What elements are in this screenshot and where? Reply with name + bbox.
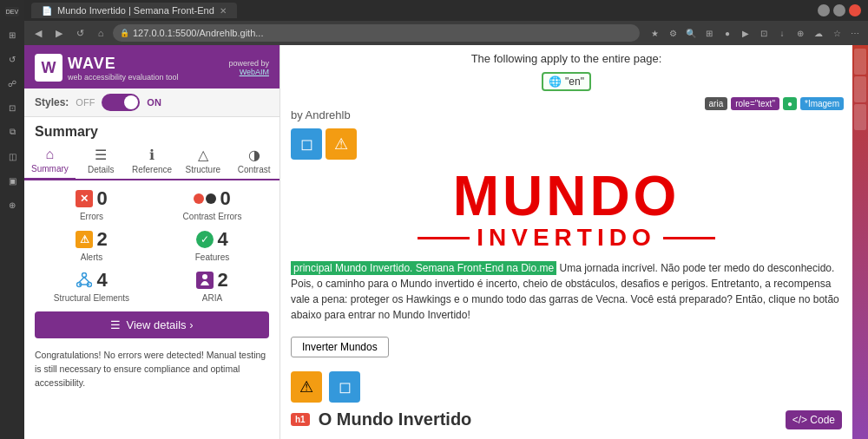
more-button[interactable]: ⋯ — [847, 25, 863, 41]
page-paragraph: principal Mundo Invertido. Semana Front-… — [291, 260, 842, 323]
sidebar-icon-2[interactable]: ↺ — [3, 49, 22, 69]
stat-contrast-errors: 0 Contrast Errors — [155, 187, 269, 221]
contrast-errors-icon-num: 0 — [194, 187, 230, 210]
alert-icon: ⚠ — [76, 231, 93, 248]
sidebar-icon-3[interactable]: ☍ — [3, 74, 22, 93]
sidebar-icon-6[interactable]: ◫ — [3, 147, 22, 166]
alerts-label: Alerts — [81, 252, 103, 262]
tab-summary[interactable]: ⌂ Summary — [24, 143, 76, 180]
maximize-button[interactable] — [833, 4, 845, 16]
errors-count: 0 — [96, 187, 107, 210]
ext-icon-8[interactable]: ↓ — [774, 25, 790, 41]
ext-icon-11[interactable]: ☆ — [829, 25, 845, 41]
ext-icon-4[interactable]: ⊞ — [701, 25, 717, 41]
ext-icon-6[interactable]: ▶ — [738, 25, 753, 41]
tab-title: Mundo Invertido | Semana Front-End — [57, 5, 214, 16]
view-details-button[interactable]: ☰ View details › — [35, 311, 269, 338]
home-button[interactable]: ⌂ — [92, 24, 109, 42]
sidebar-icon-4[interactable]: ⊡ — [3, 98, 22, 117]
right-line — [663, 237, 715, 239]
webaim-link[interactable]: WebAIM — [240, 68, 269, 76]
role-badge: role="text" — [731, 97, 779, 110]
aria-badge: aria — [705, 97, 728, 110]
aria-icon — [196, 272, 214, 289]
ext-icon-5[interactable]: ● — [720, 25, 735, 41]
tab-close-icon[interactable]: ✕ — [220, 6, 227, 16]
tab-structure[interactable]: △ Structure — [177, 143, 228, 180]
code-badge[interactable]: </> Code — [786, 410, 842, 429]
tab-structure-label: Structure — [186, 165, 221, 174]
sidebar-icon-8[interactable]: ⊕ — [3, 195, 22, 214]
svg-point-0 — [82, 273, 87, 278]
page-notice: The following apply to the entire page: — [291, 52, 842, 65]
webpage-panel: The following apply to the entire page: … — [280, 45, 852, 439]
address-bar[interactable]: 🔒 127.0.0.1:5500/Andrehlb.gith... — [113, 24, 640, 42]
svg-line-4 — [84, 278, 89, 283]
structural-label: Structural Elements — [54, 293, 129, 303]
title-bar: 📄 Mundo Invertido | Semana Front-End ✕ — [24, 0, 868, 21]
ext-icon-3[interactable]: 🔍 — [683, 25, 699, 41]
back-button[interactable]: ◀ — [30, 24, 47, 42]
wave-header: W WAVE web accessibility evaluation tool… — [24, 45, 279, 88]
ext-icon-9[interactable]: ⊕ — [792, 25, 808, 41]
highlighted-link[interactable]: principal Mundo Invertido. Semana Front-… — [291, 261, 556, 275]
page-icon-orange: ⚠ — [326, 128, 357, 160]
wave-logo: W WAVE web accessibility evaluation tool — [35, 54, 179, 82]
styles-toggle[interactable] — [102, 94, 140, 111]
h1-section: h1 O Mundo Invertido </> Code — [291, 410, 842, 429]
contrast-error-icon — [194, 193, 216, 204]
reload-button[interactable]: ↺ — [71, 24, 89, 42]
invert-button[interactable]: Inverter Mundos — [291, 337, 389, 357]
wave-powered: powered by WebAIM — [228, 59, 269, 76]
structural-icon — [76, 272, 93, 289]
svg-point-6 — [202, 274, 207, 279]
alerts-icon-num: ⚠ 2 — [76, 228, 107, 251]
ext-icon-1[interactable]: ★ — [647, 25, 662, 41]
globe-icon: 🌐 — [549, 75, 562, 88]
mundo-title-section: MUNDO INVERTIDO — [291, 168, 842, 252]
address-text: 127.0.0.1:5500/Andrehlb.gith... — [133, 28, 263, 38]
ext-icon-2[interactable]: ⚙ — [665, 25, 681, 41]
stat-errors: ✕ 0 Errors — [35, 187, 148, 221]
wave-panel: W WAVE web accessibility evaluation tool… — [24, 45, 280, 439]
h1-badge: h1 — [291, 413, 310, 426]
a11y-badges: aria role="text" ● *Imagem — [705, 97, 844, 110]
wave-logo-row: W WAVE web accessibility evaluation tool… — [35, 54, 269, 82]
browser-wrapper: 📄 Mundo Invertido | Semana Front-End ✕ ◀… — [24, 0, 868, 439]
structure-icon: △ — [198, 147, 208, 163]
h1-text: O Mundo Invertido — [319, 410, 472, 429]
lang-badge: 🌐 "en" — [542, 72, 591, 91]
errors-label: Errors — [80, 212, 103, 221]
title-bar-left: 📄 Mundo Invertido | Semana Front-End ✕ — [31, 3, 237, 18]
right-preview — [852, 45, 868, 439]
rp-item-1 — [854, 49, 866, 75]
tab-contrast[interactable]: ◑ Contrast — [228, 143, 279, 180]
minimize-button[interactable] — [818, 4, 830, 16]
ext-icon-10[interactable]: ☁ — [811, 25, 826, 41]
browser-tab[interactable]: 📄 Mundo Invertido | Semana Front-End ✕ — [31, 3, 237, 18]
alerts-count: 2 — [96, 228, 107, 251]
styles-off-label: OFF — [76, 97, 95, 108]
tab-details[interactable]: ☰ Details — [76, 143, 127, 180]
stats-grid: ✕ 0 Errors 0 — [35, 187, 269, 303]
rp-item-2 — [854, 76, 866, 102]
wave-w-icon: W — [35, 54, 62, 82]
congratulations-text: Congratulations! No errors were detected… — [35, 345, 269, 393]
sidebar-icon-1[interactable]: ⊞ — [3, 25, 22, 44]
left-line — [418, 237, 470, 239]
tab-contrast-label: Contrast — [238, 165, 271, 174]
aria-label: ARIA — [202, 293, 222, 303]
contrast-black-circle — [206, 193, 216, 204]
features-count: 4 — [217, 228, 227, 251]
close-button[interactable] — [849, 4, 861, 16]
forward-button[interactable]: ▶ — [50, 24, 68, 42]
aria-count: 2 — [217, 269, 227, 292]
sidebar-icon-5[interactable]: ⧉ — [3, 122, 22, 141]
tab-reference[interactable]: ℹ Reference — [127, 143, 178, 180]
ext-icon-7[interactable]: ⊡ — [756, 25, 772, 41]
mundo-sub-row: INVERTIDO — [291, 224, 842, 252]
view-details-label: View details › — [126, 318, 193, 331]
tab-favicon: 📄 — [42, 6, 52, 16]
bottom-icon-blue-outline: ◻ — [329, 371, 360, 403]
sidebar-icon-7[interactable]: ▣ — [3, 171, 22, 190]
